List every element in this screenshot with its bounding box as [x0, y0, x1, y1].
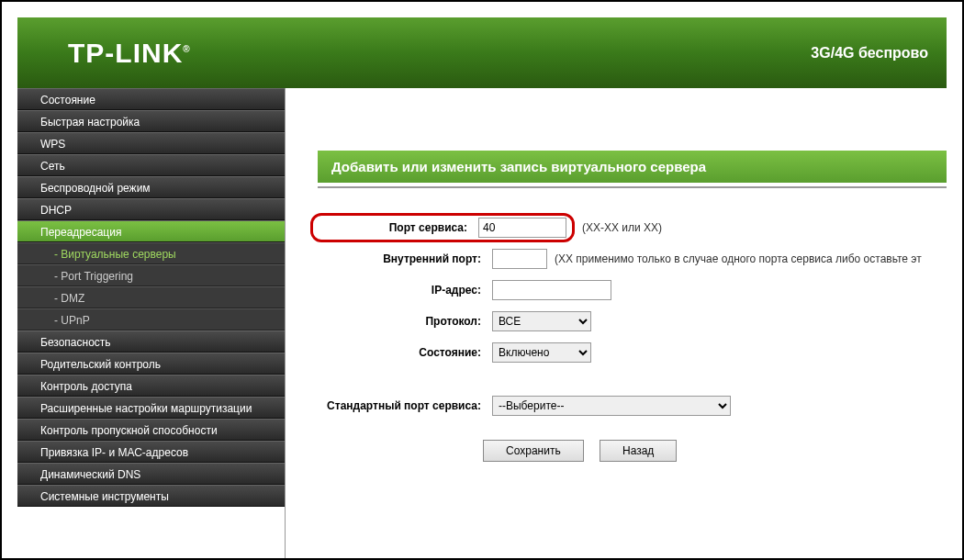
service-port-hint: (XX-XX или XX)	[582, 221, 662, 234]
sidebar-item-6[interactable]: Переадресация	[17, 220, 285, 242]
service-port-input[interactable]	[478, 218, 566, 238]
status-label: Состояние:	[318, 346, 492, 359]
internal-port-hint: (XX применимо только в случае одного пор…	[555, 252, 922, 265]
ip-label: IP-адрес:	[318, 284, 492, 297]
sidebar-subitem-9[interactable]: - DMZ	[17, 286, 285, 308]
content-area: Добавить или изменить запись виртуальног…	[286, 88, 947, 558]
page-title: Добавить или изменить запись виртуальног…	[318, 151, 947, 183]
header: TP-LINK® 3G/4G беспрово	[17, 17, 947, 88]
sidebar-item-15[interactable]: Контроль пропускной способности	[17, 419, 285, 441]
sidebar-item-2[interactable]: WPS	[17, 132, 285, 154]
sidebar: СостояниеБыстрая настройкаWPSСетьБеспров…	[17, 88, 286, 558]
row-service-port: Порт сервиса: (XX-XX или XX)	[318, 216, 947, 240]
sidebar-item-1[interactable]: Быстрая настройка	[17, 110, 285, 132]
service-port-highlight: Порт сервиса:	[310, 213, 575, 242]
sidebar-item-11[interactable]: Безопасность	[17, 330, 285, 353]
sidebar-item-12[interactable]: Родительский контроль	[17, 353, 285, 375]
internal-port-input[interactable]	[492, 249, 547, 269]
sidebar-subitem-7[interactable]: - Виртуальные серверы	[17, 242, 285, 264]
row-status: Состояние: Включено	[318, 341, 947, 364]
status-select[interactable]: Включено	[492, 342, 591, 363]
row-protocol: Протокол: ВСЕ	[318, 309, 947, 333]
standard-port-label: Стандартный порт сервиса:	[318, 399, 492, 412]
sidebar-item-17[interactable]: Динамический DNS	[17, 463, 285, 485]
row-internal-port: Внутренний порт: (XX применимо только в …	[318, 247, 947, 271]
standard-port-select[interactable]: --Выберите--	[492, 396, 731, 416]
protocol-label: Протокол:	[318, 315, 492, 328]
sidebar-item-16[interactable]: Привязка IP- и МАС-адресов	[17, 441, 285, 463]
form-area: Порт сервиса: (XX-XX или XX) Внутренний …	[318, 186, 947, 462]
save-button[interactable]: Сохранить	[483, 440, 584, 462]
ip-input[interactable]	[492, 280, 611, 300]
sidebar-item-3[interactable]: Сеть	[17, 154, 285, 176]
sidebar-subitem-10[interactable]: - UPnP	[17, 308, 285, 330]
sidebar-item-5[interactable]: DHCP	[17, 198, 285, 220]
back-button[interactable]: Назад	[600, 440, 677, 462]
sidebar-item-18[interactable]: Системные инструменты	[17, 485, 285, 507]
sidebar-item-4[interactable]: Беспроводной режим	[17, 176, 285, 198]
internal-port-label: Внутренний порт:	[318, 252, 492, 265]
logo: TP-LINK®	[68, 38, 191, 69]
button-row: Сохранить Назад	[318, 440, 947, 462]
row-standard-port: Стандартный порт сервиса: --Выберите--	[318, 394, 947, 418]
header-tagline: 3G/4G беспрово	[811, 45, 928, 62]
row-ip: IP-адрес:	[318, 278, 947, 302]
service-port-label: Порт сервиса:	[313, 221, 478, 234]
sidebar-item-13[interactable]: Контроль доступа	[17, 375, 285, 397]
sidebar-item-0[interactable]: Состояние	[17, 88, 285, 110]
sidebar-item-14[interactable]: Расширенные настройки маршрутизации	[17, 397, 285, 419]
protocol-select[interactable]: ВСЕ	[492, 311, 591, 331]
sidebar-subitem-8[interactable]: - Port Triggering	[17, 264, 285, 286]
